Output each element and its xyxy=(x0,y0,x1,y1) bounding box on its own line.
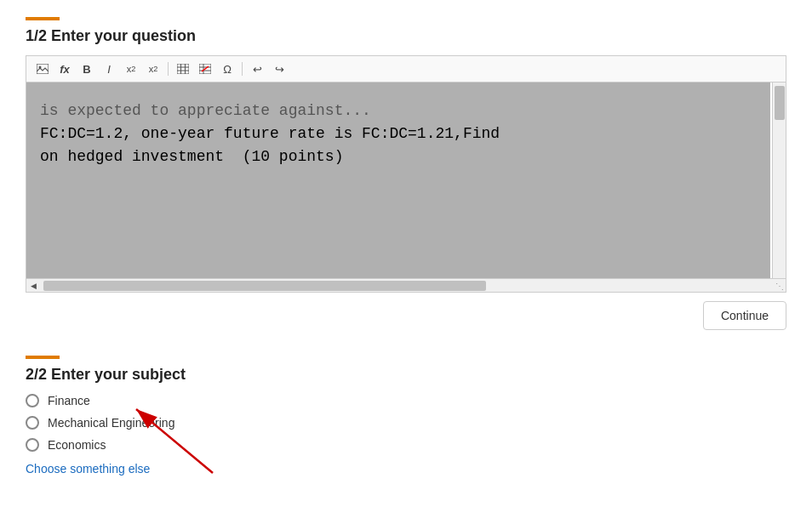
toolbar-divider-2 xyxy=(242,62,243,76)
scrollbar-thumb-vertical[interactable] xyxy=(775,86,785,120)
section2-wrapper: 2/2 Enter your subject Finance Mechanica… xyxy=(26,356,786,476)
editor-textarea[interactable]: is expected to appreciate against... FC:… xyxy=(26,83,770,278)
image-icon[interactable] xyxy=(33,60,52,78)
superscript-icon[interactable]: x2 xyxy=(144,60,163,78)
scrollbar-track-horizontal[interactable] xyxy=(40,279,772,292)
fx-icon[interactable]: fx xyxy=(55,60,74,78)
section2-header: 2/2 Enter your subject xyxy=(26,356,786,384)
section2-title: 2/2 Enter your subject xyxy=(26,366,786,384)
continue-button[interactable]: Continue xyxy=(703,301,786,330)
table-icon[interactable] xyxy=(174,60,192,78)
editor-toolbar: fx B I x2 x2 Ω ↩ ↪ xyxy=(26,56,786,83)
editor-content-wrapper: is expected to appreciate against... FC:… xyxy=(26,83,786,278)
section2-accent-bar xyxy=(26,356,60,359)
omega-icon[interactable]: Ω xyxy=(218,60,237,78)
editor-container[interactable]: fx B I x2 x2 Ω ↩ ↪ is expected to apprec… xyxy=(26,55,786,293)
delete-table-icon[interactable] xyxy=(196,60,214,78)
radio-mechanical-engineering[interactable] xyxy=(26,416,39,430)
continue-row: Continue xyxy=(26,301,786,330)
bold-icon[interactable]: B xyxy=(77,60,96,78)
svg-rect-2 xyxy=(177,64,189,74)
svg-rect-0 xyxy=(37,64,49,74)
radio-item-mechanical-engineering[interactable]: Mechanical Engineering xyxy=(26,416,786,430)
scrollbar-thumb-horizontal[interactable] xyxy=(43,281,486,291)
italic-icon[interactable]: I xyxy=(100,60,118,78)
horizontal-scrollbar[interactable]: ◀ ▶ xyxy=(26,278,786,292)
scroll-left-arrow[interactable]: ◀ xyxy=(26,279,40,293)
section1-title: 1/2 Enter your question xyxy=(26,27,786,45)
section1-accent-bar xyxy=(26,17,60,20)
redo-icon[interactable]: ↪ xyxy=(270,60,289,78)
subscript-icon[interactable]: x2 xyxy=(122,60,140,78)
subject-radio-group: Finance Mechanical Engineering Economics xyxy=(26,394,786,452)
radio-item-economics[interactable]: Economics xyxy=(26,438,786,452)
toolbar-divider-1 xyxy=(168,62,169,76)
undo-icon[interactable]: ↩ xyxy=(248,60,266,78)
radio-economics-label: Economics xyxy=(48,438,106,452)
radio-item-finance[interactable]: Finance xyxy=(26,394,786,407)
radio-economics[interactable] xyxy=(26,438,39,452)
radio-finance-label: Finance xyxy=(48,394,90,407)
vertical-scrollbar[interactable] xyxy=(772,83,786,278)
choose-something-else-link[interactable]: Choose something else xyxy=(26,462,150,476)
resize-handle[interactable]: ⋱ xyxy=(774,280,786,292)
radio-mechanical-engineering-label: Mechanical Engineering xyxy=(48,416,174,430)
section1-header: 1/2 Enter your question xyxy=(26,17,786,45)
radio-finance[interactable] xyxy=(26,394,39,407)
